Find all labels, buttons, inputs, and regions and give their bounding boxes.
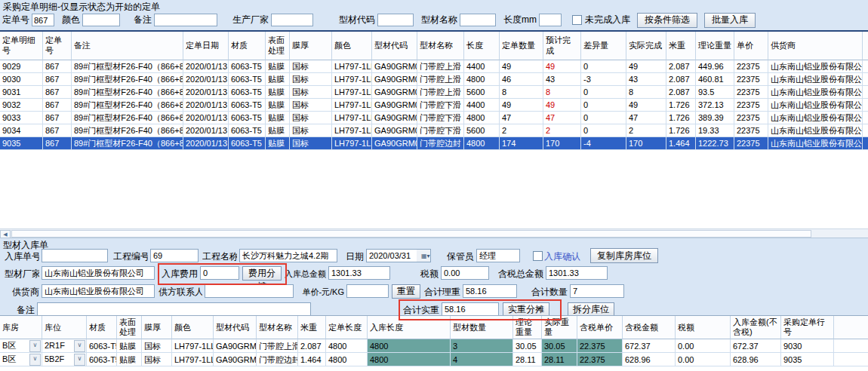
grid-cell[interactable]: 4800 xyxy=(326,353,368,366)
grid-cell[interactable]: 867 xyxy=(43,86,72,99)
grid-cell[interactable]: 门带腔上滑 xyxy=(417,86,464,99)
reset-button[interactable]: 重置 xyxy=(392,284,420,299)
inbound-total-field[interactable] xyxy=(328,266,390,280)
grid-cell[interactable]: 9033 xyxy=(0,112,43,124)
total-actual-weight-field[interactable] xyxy=(442,302,499,316)
grid-cell[interactable]: 672.37 xyxy=(731,339,781,353)
grid-cell[interactable]: 2.087 xyxy=(298,339,326,353)
column-header[interactable]: 实际重量 xyxy=(542,316,577,339)
grid-cell[interactable]: 国标 xyxy=(290,86,332,99)
grid-cell[interactable]: LH797-1LL0 xyxy=(332,99,372,112)
grid-cell[interactable]: 460.81 xyxy=(696,73,734,86)
grid-cell[interactable]: 门带腔下滑 xyxy=(417,112,464,124)
grid-cell[interactable]: 22375 xyxy=(734,73,768,86)
grid-cell[interactable]: 9035 xyxy=(0,137,43,150)
grid-cell[interactable]: 2020/01/13 xyxy=(183,86,229,99)
grid-cell[interactable]: LH797-1LL0 xyxy=(332,112,372,124)
grid-cell[interactable]: 6063-T5 xyxy=(229,73,266,86)
grid-cell[interactable]: 6063-T5 xyxy=(229,112,266,124)
grid-cell[interactable]: 89#门框型材F26-F40（866+867） xyxy=(72,137,183,150)
grid-cell[interactable]: ∨2R1F xyxy=(42,339,87,353)
grid-cell[interactable]: 43 xyxy=(626,73,666,86)
grid-cell[interactable]: 1.726 xyxy=(666,99,696,112)
grid-cell[interactable]: 2020/01/13 xyxy=(183,124,229,137)
grid-cell[interactable]: 0 xyxy=(581,124,626,137)
grid-cell[interactable]: 9031 xyxy=(0,86,43,99)
column-header[interactable]: 实际完成 xyxy=(626,32,666,60)
grid-cell[interactable]: 89#门框型材F26-F40（866+867） xyxy=(72,73,183,86)
grid-cell[interactable]: 628.96 xyxy=(731,353,781,366)
grid-cell[interactable]: 山东南山铝业股份有限公司 xyxy=(768,112,863,124)
grid-cell[interactable]: 3 xyxy=(451,339,513,353)
grid-cell[interactable]: 0 xyxy=(581,112,626,124)
grid-cell[interactable]: 6063-T5 xyxy=(229,137,266,150)
column-header[interactable]: 型材名称 xyxy=(417,32,464,60)
grid-cell[interactable]: 国标 xyxy=(290,112,332,124)
grid-cell[interactable]: 89#门框型材F26-F40（866+867） xyxy=(72,124,183,137)
grid-cell[interactable]: 2020/01/13 xyxy=(183,112,229,124)
grid-cell[interactable]: 89#门框型材F26-F40（866+867） xyxy=(72,99,183,112)
grid-cell[interactable]: 49 xyxy=(626,99,666,112)
grid-cell[interactable]: GA90GRM05 xyxy=(372,137,417,150)
grid-cell[interactable]: 30.05 xyxy=(513,339,542,353)
grid-cell[interactable]: 43 xyxy=(543,73,581,86)
grid-cell[interactable]: 4800 xyxy=(464,137,500,150)
grid-cell[interactable]: 贴膜 xyxy=(266,99,290,112)
grid-cell[interactable]: 672.37 xyxy=(623,339,676,353)
scroll-left-icon[interactable]: ◀ xyxy=(0,230,11,238)
grid-cell[interactable]: 贴膜 xyxy=(266,137,290,150)
grid-cell[interactable]: 47 xyxy=(500,112,543,124)
grid-cell[interactable]: 国标 xyxy=(290,73,332,86)
grid-cell[interactable]: 6063-T5 xyxy=(87,353,117,366)
total-theory-weight-field[interactable] xyxy=(463,284,517,298)
grid-cell[interactable]: ∨5B2F xyxy=(42,353,87,366)
grid-cell[interactable]: 9030 xyxy=(0,73,43,86)
grid-cell[interactable]: 89#门框型材F26-F40（866+867） xyxy=(72,86,183,99)
combo-dropdown-icon[interactable]: ∨ xyxy=(29,354,41,366)
grid-cell[interactable]: 46 xyxy=(500,73,543,86)
column-header[interactable]: 米重 xyxy=(298,316,326,339)
grid-cell[interactable]: GA90GRM04 xyxy=(372,99,417,112)
grid-cell[interactable]: 贴膜 xyxy=(266,60,290,73)
column-header[interactable]: 理论重量 xyxy=(513,316,542,339)
column-header[interactable]: 膜厚 xyxy=(290,32,332,60)
table-row[interactable]: 903086789#门框型材F26-F40（866+867）2020/01/13… xyxy=(0,73,868,86)
grid-cell[interactable]: 628.96 xyxy=(623,353,676,366)
grid-cell[interactable]: 867 xyxy=(43,137,72,150)
grid-cell[interactable]: 贴膜 xyxy=(266,73,290,86)
grid-cell[interactable]: 2 xyxy=(543,124,581,137)
column-header[interactable]: 型材数量 xyxy=(451,316,513,339)
column-header[interactable]: 采购定单行号 xyxy=(781,316,834,339)
column-header[interactable]: 税额 xyxy=(676,316,731,339)
grid-cell[interactable]: 0.00 xyxy=(676,339,731,353)
grid-cell[interactable]: 22.375 xyxy=(577,339,623,353)
grid-cell[interactable]: 0 xyxy=(581,60,626,73)
combo-dropdown-icon[interactable]: ∨ xyxy=(74,354,85,366)
grid-cell[interactable]: LH797-1LL0 xyxy=(332,124,372,137)
grid-cell[interactable]: 9034 xyxy=(0,124,43,137)
table-row[interactable]: 903586789#门框型材F26-F40（866+867）2020/01/13… xyxy=(0,137,868,150)
inbound-no-field[interactable] xyxy=(42,249,108,262)
grid-cell[interactable]: ∨B区 xyxy=(0,353,42,366)
grid-cell[interactable]: 0 xyxy=(581,99,626,112)
grid-cell[interactable]: GA90GRM04 xyxy=(372,112,417,124)
grid-cell[interactable]: 国标 xyxy=(142,353,172,366)
grid-cell[interactable]: 4800 xyxy=(326,339,368,353)
grid-cell[interactable]: 门带腔下滑 xyxy=(417,99,464,112)
grid-cell[interactable]: 山东南山铝业股份有限公司 xyxy=(768,137,863,150)
grid-cell[interactable]: 国标 xyxy=(290,137,332,150)
grid-cell[interactable]: 449.96 xyxy=(696,60,734,73)
grid-cell[interactable]: 门带腔下滑 xyxy=(417,124,464,137)
grid-cell[interactable]: 门带腔上滑 xyxy=(417,60,464,73)
column-header[interactable]: 含税单价 xyxy=(577,316,623,339)
grid-cell[interactable]: 28.11 xyxy=(542,353,577,366)
table-row[interactable]: 902986789#门框型材F26-F40（866+867）2020/01/13… xyxy=(0,60,868,73)
grid-cell[interactable]: 49 xyxy=(543,60,581,73)
grid-cell[interactable]: LH797-1LL0 xyxy=(332,86,372,99)
grid-cell[interactable]: ∨B区 xyxy=(0,339,42,353)
grid-cell[interactable]: 22.375 xyxy=(577,353,623,366)
grid-cell[interactable]: 贴膜 xyxy=(266,112,290,124)
tax-field[interactable] xyxy=(441,266,489,280)
unit-price-field[interactable] xyxy=(346,284,389,298)
grid-cell[interactable]: 28.11 xyxy=(513,353,542,366)
